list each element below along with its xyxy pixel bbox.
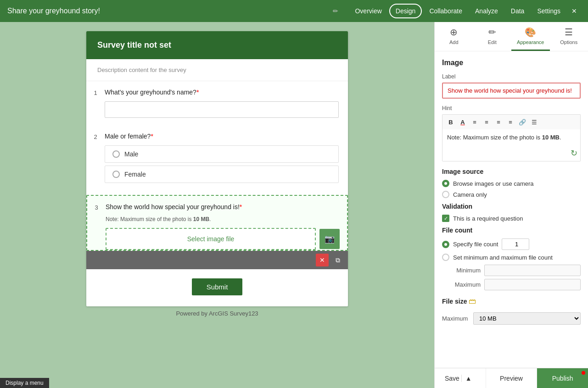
radio-circle-female	[112, 171, 120, 178]
maximum-row: Maximum	[453, 279, 581, 290]
camera-button[interactable]: 📷	[319, 229, 340, 249]
image-copy-btn[interactable]: ⧉	[331, 254, 344, 266]
file-size-icon: 🗃	[469, 297, 476, 305]
question-1-input[interactable]	[105, 101, 339, 118]
specify-count-radio[interactable]	[442, 241, 449, 248]
question-3-content: Show the world how special your greyhoun…	[106, 196, 347, 250]
image-note: Note: Maximum size of the photo is 10 MB…	[106, 216, 340, 222]
radio-male[interactable]: Male	[105, 145, 339, 163]
max-size-row: Maximum 1 MB 2 MB 5 MB 10 MB 20 MB 50 MB	[442, 312, 581, 325]
image-source-camera-row[interactable]: Camera only	[442, 191, 581, 198]
survey-header: Survey title not set	[86, 31, 348, 59]
submit-button[interactable]: Submit	[192, 278, 243, 295]
nav-data[interactable]: Data	[505, 5, 530, 17]
radio-circle-male	[112, 150, 120, 158]
required-star-3: *	[240, 203, 242, 211]
edit-title-icon[interactable]: ✏	[333, 7, 338, 15]
minimum-input[interactable]	[484, 265, 581, 276]
save-dropdown-icon[interactable]: ▲	[461, 375, 476, 382]
question-2-block: 2 Male or female?* Male Female	[86, 125, 348, 193]
hint-list1[interactable]: ≡	[469, 116, 480, 127]
add-label: Add	[449, 39, 459, 45]
publish-button[interactable]: Publish	[537, 368, 588, 388]
hint-link[interactable]: 🔗	[517, 116, 528, 127]
main-content: Survey title not set Description content…	[0, 22, 588, 388]
radio-female[interactable]: Female	[105, 166, 339, 183]
question-2-content: Male or female?* Male Female	[105, 133, 348, 186]
hint-refresh-icon[interactable]: ↻	[571, 148, 577, 158]
image-source-browse-radio[interactable]	[442, 180, 449, 187]
minmax-count-radio[interactable]	[442, 254, 449, 261]
edit-icon: ✏	[488, 27, 496, 38]
panel-tool-appearance[interactable]: 🎨 Appearance	[511, 22, 550, 51]
options-label: Options	[560, 39, 577, 45]
maximum-input[interactable]	[484, 279, 581, 290]
nav-links: Overview Design Collaborate Analyze Data…	[349, 4, 581, 18]
file-count-title: File count	[442, 227, 581, 234]
publish-dot	[582, 371, 585, 375]
file-size-row: File size 🗃	[442, 293, 581, 310]
hint-indent1[interactable]: ≡	[493, 116, 504, 127]
question-2-number: 2	[86, 133, 105, 140]
maximum-label: Maximum	[453, 281, 481, 288]
radio-female-label: Female	[124, 171, 146, 178]
nav-extra-icon[interactable]: ✕	[568, 6, 581, 17]
app-title: Share your greyhound story!	[7, 7, 100, 15]
minmax-count-row[interactable]: Set minimum and maximum file count	[442, 254, 581, 261]
hint-list2[interactable]: ≡	[481, 116, 492, 127]
nav-design[interactable]: Design	[389, 4, 422, 18]
options-icon: ☰	[565, 27, 573, 38]
file-size-title: File size	[442, 298, 467, 305]
specify-count-input[interactable]	[502, 238, 529, 250]
save-button[interactable]: Save ▲	[435, 368, 486, 388]
panel-tool-add[interactable]: ⊕ Add	[435, 22, 473, 51]
required-checkbox-row[interactable]: This is a required question	[442, 215, 581, 222]
nav-overview[interactable]: Overview	[349, 5, 387, 17]
max-size-label: Maximum	[442, 315, 470, 322]
hint-text: Note: Maximum size of the photo is 10 MB…	[447, 134, 561, 141]
hint-content-area[interactable]: Note: Maximum size of the photo is 10 MB…	[442, 129, 581, 161]
survey-title: Survey title not set	[97, 40, 171, 50]
top-navigation: Share your greyhound story! ✏ Overview D…	[0, 0, 588, 22]
nav-collaborate[interactable]: Collaborate	[424, 5, 468, 17]
camera-icon: 📷	[325, 234, 335, 244]
panel-tool-options[interactable]: ☰ Options	[550, 22, 588, 51]
image-action-bar: ✕ ⧉	[86, 251, 348, 269]
hint-indent2[interactable]: ≡	[505, 116, 516, 127]
nav-settings[interactable]: Settings	[532, 5, 566, 17]
image-source-camera-label: Camera only	[453, 191, 487, 198]
question-3-label: Show the world how special your greyhoun…	[106, 203, 340, 211]
panel-toolbar: ⊕ Add ✏ Edit 🎨 Appearance ☰ Options	[435, 22, 588, 51]
label-input[interactable]	[442, 83, 581, 99]
image-source-camera-radio[interactable]	[442, 191, 449, 198]
label-field-label: Label	[442, 73, 581, 80]
hint-more[interactable]: ☰	[529, 116, 540, 127]
image-source-browse-row[interactable]: Browse images or use camera	[442, 180, 581, 187]
hint-color[interactable]: A	[457, 116, 468, 127]
required-checkbox[interactable]	[442, 215, 449, 222]
validation-title: Validation	[442, 203, 581, 210]
question-3-block: 3 Show the world how special your greyho…	[86, 195, 348, 251]
appearance-label: Appearance	[517, 39, 544, 45]
bottom-bar: Save ▲ Preview Publish	[435, 368, 588, 388]
survey-card: Survey title not set Description content…	[86, 31, 348, 306]
panel-tool-edit[interactable]: ✏ Edit	[473, 22, 512, 51]
image-upload-area: Select image file 📷	[106, 228, 340, 250]
question-1-label: What's your greyhound's name?*	[105, 89, 339, 96]
select-image-btn[interactable]: Select image file	[106, 228, 316, 250]
hint-bold[interactable]: B	[445, 116, 456, 127]
edit-label: Edit	[488, 39, 497, 45]
image-close-btn[interactable]: ✕	[316, 254, 329, 266]
hint-toolbar: B A ≡ ≡ ≡ ≡ 🔗 ☰	[442, 114, 581, 129]
specify-count-label: Specify file count	[453, 241, 498, 248]
survey-canvas: Survey title not set Description content…	[0, 22, 434, 388]
preview-button[interactable]: Preview	[486, 368, 538, 388]
save-label: Save	[445, 375, 459, 382]
survey-description: Description content for the survey	[86, 59, 348, 81]
image-source-browse-label: Browse images or use camera	[453, 180, 534, 187]
question-1-content: What's your greyhound's name?*	[105, 89, 348, 118]
powered-by: Powered by ArcGIS Survey123	[176, 310, 258, 317]
nav-analyze[interactable]: Analyze	[470, 5, 504, 17]
display-menu-footer[interactable]: Display a menu	[0, 378, 49, 388]
max-size-select[interactable]: 1 MB 2 MB 5 MB 10 MB 20 MB 50 MB	[473, 312, 581, 325]
